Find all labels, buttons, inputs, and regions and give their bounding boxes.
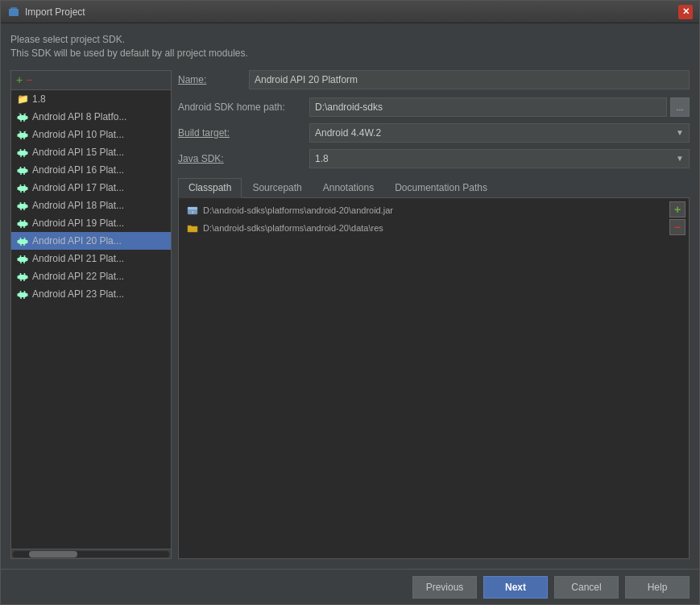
tab-doc-paths-label: Documentation Paths (395, 182, 487, 193)
svg-point-21 (24, 149, 26, 151)
svg-rect-47 (23, 209, 25, 210)
tab-classpath[interactable]: Classpath (178, 178, 242, 198)
svg-line-9 (19, 113, 21, 114)
remove-sdk-button[interactable]: − (26, 74, 32, 85)
svg-rect-36 (19, 186, 27, 191)
android-icon (16, 252, 29, 265)
cancel-button[interactable]: Cancel (554, 576, 619, 599)
svg-rect-7 (20, 120, 22, 122)
tree-item-label: 1.8 (32, 93, 46, 105)
svg-point-70 (24, 273, 26, 275)
main-panel: + − 📁 1.8 (10, 70, 690, 559)
svg-rect-33 (23, 173, 25, 175)
svg-rect-14 (18, 134, 19, 137)
tree-item-api21[interactable]: Android API 21 Plat... (11, 250, 171, 267)
dropdown-arrow-icon: ▼ (676, 128, 684, 137)
svg-rect-54 (23, 226, 25, 228)
tree-item-api17[interactable]: Android API 17 Plat... (11, 179, 171, 197)
scrollbar-thumb[interactable] (29, 551, 77, 557)
svg-rect-50 (19, 222, 27, 226)
tab-documentation-paths[interactable]: Documentation Paths (384, 178, 498, 197)
help-button[interactable]: Help (625, 576, 690, 599)
tab-annotations[interactable]: Annotations (313, 178, 384, 197)
svg-rect-17 (23, 138, 25, 139)
horizontal-scrollbar[interactable] (11, 549, 171, 558)
svg-rect-6 (27, 116, 28, 119)
svg-rect-43 (19, 204, 27, 209)
svg-point-63 (24, 255, 26, 257)
description-text: Please select project SDK. This SDK will… (10, 33, 690, 60)
svg-rect-24 (27, 151, 28, 155)
right-panel: Name: Android SDK home path: ... Build t… (178, 70, 690, 559)
tab-classpath-label: Classpath (188, 182, 231, 193)
svg-rect-29 (19, 168, 27, 173)
build-target-dropdown[interactable]: Android 4.4W.2 ▼ (309, 123, 690, 143)
svg-point-20 (20, 149, 22, 151)
android-icon (16, 146, 29, 159)
classpath-jar-path: D:\android-sdks\platforms\android-20\and… (203, 205, 393, 215)
next-button[interactable]: Next (483, 576, 548, 599)
sdk-home-browse-button[interactable]: ... (670, 97, 690, 117)
tree-item-api18[interactable]: Android API 18 Plat... (11, 197, 171, 214)
svg-line-18 (19, 131, 21, 132)
svg-rect-53 (20, 226, 22, 228)
left-panel: + − 📁 1.8 (10, 70, 172, 559)
import-project-window: Import Project ✕ Please select project S… (0, 0, 700, 605)
add-sdk-button[interactable]: + (16, 74, 23, 85)
svg-rect-61 (23, 244, 25, 246)
tree-item-label: Android API 23 Plat... (32, 288, 124, 300)
svg-point-34 (20, 184, 22, 186)
tree-item-label: Android API 16 Plat... (32, 164, 124, 176)
tree-item-api10[interactable]: Android API 10 Plat... (11, 126, 171, 143)
tree-item-jdk18[interactable]: 📁 1.8 (11, 90, 171, 108)
tree-item-api22[interactable]: Android API 22 Plat... (11, 267, 171, 285)
android-icon (16, 217, 29, 230)
svg-rect-78 (19, 292, 27, 297)
tree-item-api16[interactable]: Android API 16 Plat... (11, 161, 171, 179)
previous-button[interactable]: Previous (412, 576, 477, 599)
name-input[interactable] (249, 70, 690, 89)
android-icon (16, 288, 29, 300)
tree-item-label: Android API 18 Plat... (32, 200, 124, 211)
svg-point-48 (20, 220, 22, 222)
title-bar: Import Project ✕ (1, 1, 699, 23)
tree-item-api15[interactable]: Android API 15 Plat... (11, 143, 171, 161)
svg-point-62 (20, 255, 22, 257)
svg-rect-71 (19, 275, 27, 280)
java-sdk-dropdown[interactable]: 1.8 ▼ (309, 149, 690, 168)
tree-item-api23[interactable]: Android API 23 Plat... (11, 285, 171, 303)
tree-item-label: Android API 19 Plat... (32, 218, 124, 229)
name-row: Name: (178, 70, 690, 89)
sdk-home-row: Android SDK home path: ... (178, 97, 690, 117)
svg-point-76 (20, 291, 22, 292)
classpath-jar-item[interactable]: J D:\android-sdks\platforms\android-20\a… (182, 201, 686, 219)
build-target-label: Build target: (178, 127, 303, 139)
android-icon (16, 128, 29, 141)
folder-icon: 📁 (16, 93, 29, 106)
android-icon (16, 234, 29, 247)
svg-rect-13 (19, 133, 27, 138)
sdk-home-input[interactable] (309, 97, 667, 117)
svg-rect-44 (18, 205, 19, 208)
tree-item-label: Android API 8 Platfo... (32, 111, 126, 122)
svg-point-49 (24, 220, 26, 222)
svg-rect-40 (23, 191, 25, 193)
tree-item-api19[interactable]: Android API 19 Plat... (11, 214, 171, 232)
svg-rect-30 (18, 169, 19, 172)
tree-item-api8[interactable]: Android API 8 Platfo... (11, 108, 171, 126)
android-icon (16, 164, 29, 176)
tree-item-api20[interactable]: Android API 20 Pla... (11, 232, 171, 250)
svg-rect-58 (18, 240, 19, 243)
scrollbar-track[interactable] (13, 551, 169, 557)
sdk-tree-list[interactable]: 📁 1.8 (11, 90, 171, 549)
svg-rect-79 (18, 293, 19, 296)
remove-path-button[interactable]: − (669, 219, 686, 235)
add-path-button[interactable]: + (669, 201, 686, 218)
folder-icon (187, 222, 198, 234)
tree-item-label: Android API 17 Plat... (32, 182, 124, 193)
classpath-res-item[interactable]: D:\android-sdks\platforms\android-20\dat… (182, 219, 686, 237)
tab-inner: J D:\android-sdks\platforms\android-20\a… (179, 198, 689, 558)
close-button[interactable]: ✕ (678, 5, 693, 19)
tab-sourcepath[interactable]: Sourcepath (242, 178, 312, 197)
sdk-home-label: Android SDK home path: (178, 102, 303, 113)
